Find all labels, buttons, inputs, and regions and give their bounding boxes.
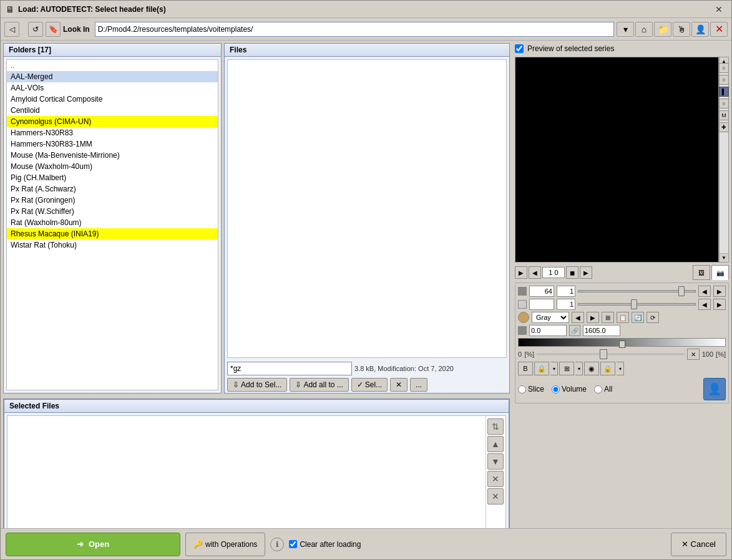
channel2-end-input[interactable] (557, 299, 575, 310)
channel2-value-input[interactable] (529, 299, 554, 310)
radio-all-input[interactable] (594, 385, 602, 393)
colormap-btn2[interactable]: 📋 (617, 312, 629, 323)
home-button[interactable]: ⌂ (635, 22, 653, 37)
list-item[interactable]: AAL-Merged (7, 71, 218, 82)
bookmarks-button[interactable]: 🔖 (46, 22, 61, 37)
lut-dropdown-2[interactable]: ▾ (575, 362, 583, 375)
add-all-button[interactable]: ⇩ Add all to ... (290, 378, 348, 392)
remove-all-button[interactable]: ✕ (487, 488, 504, 504)
preview-checkbox[interactable] (515, 44, 524, 53)
range-x-btn[interactable]: ✕ (687, 349, 700, 360)
clear-button[interactable]: ✕ (390, 378, 407, 392)
channel1-right-btn[interactable]: ▶ (713, 286, 726, 297)
add-to-sel-button[interactable]: ⇩ Add to Sel... (227, 378, 287, 392)
scroll-down-arrow[interactable]: ▼ (720, 253, 728, 262)
lut-btn-lock2[interactable]: 🔒 (600, 362, 615, 375)
min-link-btn[interactable]: 🔗 (569, 325, 580, 336)
side-icon-5[interactable]: M (719, 110, 729, 120)
color-bar-thumb[interactable] (619, 340, 625, 348)
colormap-prev-btn[interactable]: ◀ (572, 312, 584, 323)
settings-button[interactable]: 🖱 (673, 22, 690, 37)
lut-dropdown-1[interactable]: ▾ (550, 362, 558, 375)
side-icon-3[interactable]: ▌ (719, 87, 729, 97)
nav-stop-button[interactable]: ◼ (566, 266, 578, 279)
list-item[interactable]: Mouse (Waxholm-40um) (7, 161, 218, 172)
list-item[interactable]: Mouse (Ma-Benveniste-Mirrione) (7, 150, 218, 161)
nav-play-button[interactable]: ▶ (515, 266, 527, 279)
colormap-select[interactable]: Gray (532, 312, 569, 323)
radio-volume-input[interactable] (552, 385, 560, 393)
colormap-next-btn[interactable]: ▶ (587, 312, 599, 323)
list-item[interactable]: Rat (Waxholm-80um) (7, 217, 218, 228)
remove-button[interactable]: ✕ (487, 471, 504, 487)
lut-btn-b[interactable]: B (518, 362, 533, 375)
radio-all[interactable]: All (594, 385, 612, 393)
view-tab-2[interactable]: 📷 (711, 265, 729, 280)
look-in-input[interactable] (95, 22, 614, 37)
max-value-input[interactable] (583, 325, 620, 336)
side-icon-4[interactable]: ○ (719, 99, 729, 109)
range-thumb[interactable] (600, 349, 607, 359)
view-mode-button[interactable]: 👤 (703, 378, 726, 400)
user-button[interactable]: 👤 (691, 22, 709, 37)
sel-button[interactable]: ✓ Sel... (351, 378, 388, 392)
nav-next-button[interactable]: ▶ (580, 266, 592, 279)
move-up-button[interactable]: ▲ (487, 436, 504, 452)
side-icon-1[interactable]: ○ (719, 63, 729, 73)
list-item[interactable]: Px Rat (W.Schiffer) (7, 206, 218, 217)
files-filter-input[interactable] (227, 362, 352, 375)
window-close-button[interactable]: ✕ (711, 3, 726, 16)
dropdown-button[interactable]: ▾ (617, 22, 634, 37)
list-item[interactable]: .. (7, 60, 218, 71)
channel1-color-btn[interactable] (518, 287, 527, 296)
list-item-rhesus[interactable]: Rhesus Macaque (INIA19) (7, 228, 218, 239)
list-item-cynomolgus[interactable]: Cynomolgus (CIMA-UN) (7, 116, 218, 127)
slider-thumb-2[interactable] (631, 299, 637, 309)
cancel-button[interactable]: ✕ Cancel (671, 533, 726, 556)
radio-slice-input[interactable] (518, 385, 526, 393)
channel1-arrow-btn[interactable]: ◀ (698, 286, 711, 297)
list-item[interactable]: Px Rat (Groningen) (7, 195, 218, 206)
side-icon-2[interactable]: ○ (719, 75, 729, 85)
list-item[interactable]: AAL-VOIs (7, 82, 218, 94)
side-icon-6[interactable]: ✚ (719, 122, 729, 132)
refresh-button[interactable]: ↺ (28, 22, 43, 37)
list-item[interactable]: Centiloid (7, 105, 218, 116)
new-folder-button[interactable]: 📁 (654, 22, 671, 37)
lut-btn-lock1[interactable]: 🔒 (534, 362, 549, 375)
nav-prev-button[interactable]: ◀ (529, 266, 541, 279)
slider-thumb[interactable] (678, 286, 685, 296)
list-item[interactable]: Hammers-N30R83-1MM (7, 138, 218, 150)
info-button[interactable]: ℹ (270, 538, 284, 551)
with-operations-button[interactable]: 🔑 with Operations (185, 533, 265, 556)
view-tab-1[interactable]: 🖼 (693, 265, 710, 280)
list-item[interactable]: Hammers-N30R83 (7, 127, 218, 138)
lut-dropdown-3[interactable]: ▾ (617, 362, 624, 375)
channel1-value-input[interactable] (529, 286, 554, 297)
list-item[interactable]: Wistar Rat (Tohoku) (7, 239, 218, 251)
sort-button[interactable]: ⇅ (487, 418, 504, 435)
more-button[interactable]: ... (410, 378, 427, 392)
colormap-btn1[interactable]: ⊞ (602, 312, 614, 323)
lut-btn-grid[interactable]: ⊞ (559, 362, 574, 375)
list-item[interactable]: Amyloid Cortical Composite (7, 94, 218, 105)
lut-btn-circle[interactable]: ◉ (584, 362, 599, 375)
list-item[interactable]: Pig (CH.Malbert) (7, 172, 218, 183)
channel2-arrow-btn[interactable]: ◀ (698, 299, 711, 310)
close-toolbar-button[interactable]: ✕ (710, 22, 728, 37)
open-button[interactable]: ➜ Open (6, 533, 180, 556)
colormap-btn3[interactable]: 🔄 (632, 312, 644, 323)
channel1-end-input[interactable] (557, 286, 575, 297)
colormap-btn4[interactable]: ⟳ (647, 312, 659, 323)
clear-checkbox[interactable] (289, 540, 297, 548)
files-info: 3.8 kB, Modification: Oct 7, 2020 (354, 365, 454, 372)
min-value-input[interactable] (529, 325, 567, 336)
nav-input[interactable] (542, 267, 565, 278)
back-button[interactable]: ◁ (4, 22, 19, 37)
move-down-button[interactable]: ▼ (487, 453, 504, 470)
channel2-right-btn[interactable]: ▶ (713, 299, 726, 310)
channel2-color-btn[interactable] (518, 300, 527, 309)
radio-slice[interactable]: Slice (518, 385, 544, 393)
radio-volume[interactable]: Volume (552, 385, 587, 393)
list-item[interactable]: Px Rat (A.Schwarz) (7, 183, 218, 195)
